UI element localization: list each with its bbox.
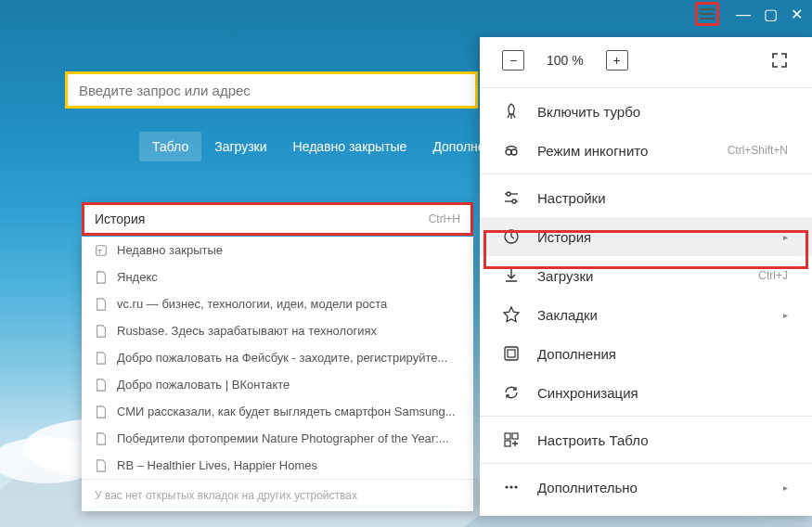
menu-item-history[interactable]: История ▸ (480, 217, 812, 256)
search-input[interactable] (79, 83, 464, 98)
svg-point-10 (512, 199, 516, 203)
menu-item-incognito[interactable]: Режим инкогнито Ctrl+Shift+N (480, 131, 812, 170)
history-footer-note: У вас нет открытых вкладок на других уст… (82, 479, 473, 511)
list-item[interactable]: Добро пожаловать | ВКонтакте (82, 371, 473, 398)
window-maximize-icon[interactable]: ▢ (764, 6, 778, 23)
main-menu-button[interactable] (695, 2, 719, 26)
chevron-right-icon: ▸ (783, 482, 788, 493)
addons-icon (502, 344, 521, 363)
list-item-label: СМИ рассказали, как будет выглядеть смар… (117, 405, 456, 418)
list-item-label: Добро пожаловать | ВКонтакте (117, 378, 290, 392)
zoom-in-button[interactable]: + (606, 50, 628, 71)
menu-item-settings[interactable]: Настройки (480, 178, 812, 217)
menu-item-downloads[interactable]: Загрузки Ctrl+J (480, 256, 812, 295)
window-minimize-icon[interactable]: — (736, 6, 751, 23)
page-icon (95, 459, 108, 472)
list-item-label: vc.ru — бизнес, технологии, идеи, модели… (117, 297, 387, 311)
svg-point-5 (506, 149, 511, 155)
menu-item-label: Настроить Табло (537, 432, 788, 448)
page-icon (95, 432, 108, 445)
list-item-label: Добро пожаловать на Фейсбук - заходите, … (117, 351, 447, 365)
menu-item-label: Режим инкогнито (537, 143, 711, 159)
sync-icon (502, 383, 521, 402)
clock-icon (95, 244, 108, 257)
incognito-icon (502, 141, 521, 160)
menu-item-label: Синхронизация (537, 385, 788, 401)
plus-squares-icon (502, 431, 521, 449)
menu-item-label: Загрузки (537, 268, 741, 284)
list-item[interactable]: Добро пожаловать на Фейсбук - заходите, … (82, 344, 473, 371)
search-bar[interactable] (65, 71, 478, 109)
list-item-label: RB – Healthier Lives, Happier Homes (117, 458, 317, 472)
list-item[interactable]: Недавно закрытые (82, 237, 473, 264)
menu-item-label: Включить турбо (537, 104, 788, 120)
list-item-label: Rusbase. Здесь зарабатывают на технологи… (117, 324, 377, 338)
list-item[interactable]: vc.ru — бизнес, технологии, идеи, модели… (82, 290, 473, 317)
tab-tablo[interactable]: Табло (139, 132, 201, 161)
history-icon (502, 227, 521, 246)
window-close-icon[interactable]: ✕ (791, 6, 803, 23)
list-item-label: Недавно закрытые (117, 243, 223, 257)
download-icon (502, 266, 521, 285)
list-item-label: Победители фотопремии Nature Photographe… (117, 431, 449, 445)
sliders-icon (502, 188, 521, 207)
chevron-right-icon: ▸ (783, 310, 788, 320)
svg-rect-13 (508, 350, 515, 357)
page-icon (95, 352, 108, 365)
list-item[interactable]: Победители фотопремии Nature Photographe… (82, 425, 473, 452)
chevron-right-icon: ▸ (783, 232, 788, 242)
svg-point-19 (514, 485, 517, 488)
history-shortcut: Ctrl+H (429, 212, 460, 225)
star-icon (502, 305, 521, 324)
menu-item-bookmarks[interactable]: Закладки ▸ (480, 295, 812, 334)
page-icon (95, 379, 108, 392)
menu-item-label: История (537, 229, 767, 245)
rocket-icon (502, 102, 521, 121)
page-icon (95, 325, 108, 338)
svg-rect-16 (505, 441, 510, 446)
svg-rect-14 (505, 433, 510, 439)
menu-item-shortcut: Ctrl+Shift+N (728, 144, 788, 157)
history-submenu-title: История (95, 212, 145, 226)
history-submenu-list: Недавно закрытые Яндекс vc.ru — бизнес, … (82, 237, 473, 511)
dots-icon (502, 478, 521, 496)
tab-downloads[interactable]: Загрузки (201, 132, 279, 161)
list-item-label: Яндекс (117, 270, 158, 284)
svg-point-8 (507, 192, 510, 196)
list-item[interactable]: СМИ рассказали, как будет выглядеть смар… (82, 398, 473, 425)
zoom-out-button[interactable]: − (502, 50, 524, 71)
svg-rect-15 (512, 433, 518, 439)
main-menu: − 100 % + Включить турбо Режим инкогнито… (480, 37, 812, 516)
svg-point-18 (509, 485, 512, 488)
fullscreen-icon[interactable] (771, 52, 788, 69)
menu-item-label: Дополнительно (537, 480, 767, 495)
menu-item-customize-tablo[interactable]: Настроить Табло (480, 420, 812, 459)
tab-recently-closed[interactable]: Недавно закрытые (280, 132, 420, 161)
zoom-level: 100 % (547, 53, 584, 68)
page-icon (95, 405, 108, 418)
page-icon (95, 298, 108, 311)
history-submenu-header[interactable]: История Ctrl+H (82, 203, 473, 235)
svg-point-17 (505, 485, 508, 488)
menu-item-label: Настройки (537, 190, 788, 206)
list-item[interactable]: RB – Healthier Lives, Happier Homes (82, 452, 473, 479)
menu-item-label: Дополнения (537, 346, 788, 362)
svg-rect-12 (505, 347, 518, 360)
list-item[interactable]: Яндекс (82, 264, 473, 290)
menu-item-addons[interactable]: Дополнения (480, 334, 812, 373)
list-item[interactable]: Rusbase. Здесь зарабатывают на технологи… (82, 317, 473, 344)
menu-item-turbo[interactable]: Включить турбо (480, 92, 812, 131)
svg-point-6 (511, 149, 517, 155)
menu-item-shortcut: Ctrl+J (758, 269, 788, 282)
svg-rect-4 (99, 250, 100, 253)
menu-item-sync[interactable]: Синхронизация (480, 373, 812, 412)
page-icon (95, 271, 108, 284)
menu-item-label: Закладки (537, 307, 767, 323)
menu-item-more[interactable]: Дополнительно ▸ (480, 468, 812, 507)
